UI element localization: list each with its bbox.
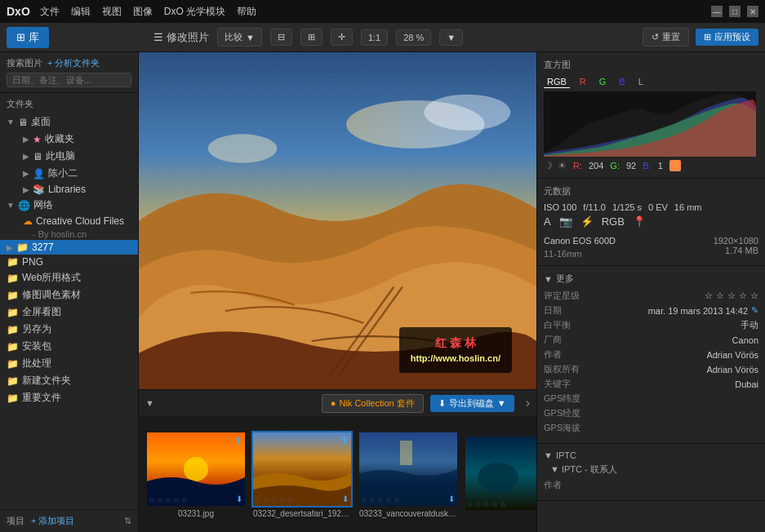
app-logo: DxO <box>7 5 30 18</box>
export-button[interactable]: ⬇ 导出到磁盘 ▼ <box>430 395 514 412</box>
sidebar-item-install[interactable]: 📁 安装包 <box>0 338 138 355</box>
menu-file[interactable]: 文件 <box>40 5 60 19</box>
sidebar-item-network[interactable]: ▼ 🌐 网络 <box>0 197 138 214</box>
search-input[interactable] <box>7 73 131 87</box>
view-grid-button[interactable]: ⊞ <box>300 29 322 46</box>
folder-fullscreen-label: 全屏看图 <box>22 305 61 319</box>
sidebar-item-web[interactable]: 📁 Web所用格式 <box>0 269 138 286</box>
filmstrip-scroll[interactable]: ⬆ ⬇ ☆☆☆☆☆ 03231.jpg <box>139 416 536 532</box>
sidebar-search: 搜索图片 + 分析文件夹 <box>0 52 138 93</box>
date-value: mar. 19 mars 2013 14:42 ✎ <box>648 304 758 317</box>
tab-r[interactable]: R <box>576 76 589 88</box>
iptc-contact-toggle[interactable]: ▼ IPTC - 联系人 <box>544 463 758 476</box>
apply-icon: ⊞ <box>704 32 711 42</box>
star5[interactable]: ☆ <box>750 290 758 301</box>
zoom-11-button[interactable]: 1:1 <box>361 29 388 46</box>
sidebar-item-saveas[interactable]: 📁 另存为 <box>0 321 138 338</box>
sidebar-item-important[interactable]: 📁 重要文件 <box>0 389 138 406</box>
svg-point-5 <box>184 457 208 481</box>
favorites-label: 收藏夹 <box>45 132 74 146</box>
camera-mode-icon[interactable]: 📷 <box>559 215 572 228</box>
tab-b[interactable]: B <box>616 76 628 88</box>
desktop-label: 桌面 <box>31 115 51 129</box>
sidebar-item-user[interactable]: ▶ 👤 陈小二 <box>0 165 138 182</box>
compare-button[interactable]: 比较 ▼ <box>217 28 262 47</box>
view-split-button[interactable]: ⊟ <box>270 29 292 46</box>
sidebar-item-mypc[interactable]: ▶ 🖥 此电脑 <box>0 148 138 165</box>
iptc-author-label: 作者 <box>544 479 562 491</box>
right-panel: 直方图 RGB R G B L <box>536 52 765 532</box>
sidebar-item-newfolder[interactable]: 📁 新建文件夹 <box>0 372 138 389</box>
menu-help[interactable]: 帮助 <box>237 5 256 19</box>
list-item[interactable]: ⬆ ⬇ ☆☆☆☆☆ 03232_desertsafari_1920... <box>251 431 353 518</box>
keyword-value: Dubai <box>735 378 758 390</box>
menu-image[interactable]: 图像 <box>133 5 153 19</box>
star1[interactable]: ☆ <box>705 290 713 301</box>
menu-edit[interactable]: 编辑 <box>71 5 91 19</box>
view-compare-button[interactable]: ✛ <box>331 29 353 46</box>
rgb-mode-icon[interactable]: RGB <box>602 215 625 228</box>
close-button[interactable]: ✕ <box>747 6 758 17</box>
star4[interactable]: ☆ <box>739 290 747 301</box>
list-item[interactable]: ⬆ ⬇ ☆☆☆☆☆ 03231.jpg <box>145 431 247 518</box>
svg-point-2 <box>424 95 510 131</box>
sidebar-item-libraries[interactable]: ▶ 📚 Libraries <box>0 182 138 197</box>
list-item[interactable]: ⬇ ☆☆☆☆☆ 03233_vancouveratdusk_... <box>358 431 459 518</box>
edit-date-icon[interactable]: ✎ <box>751 305 758 316</box>
zoom-dropdown[interactable]: ▼ <box>439 29 463 46</box>
library-button[interactable]: ⊞ 库 <box>7 27 49 48</box>
expand-arrow: ▼ <box>7 201 15 210</box>
sidebar-item-png[interactable]: 📁 PNG <box>0 255 138 269</box>
tab-l[interactable]: L <box>635 76 647 88</box>
list-item[interactable]: ☆☆☆☆☆ <box>464 435 536 513</box>
focal-value: 16 mm <box>674 202 702 212</box>
star-rating-display[interactable]: ☆ ☆ ☆ ☆ ☆ <box>705 290 758 302</box>
sidebar-item-desktop[interactable]: ▼ 🖥 桌面 <box>0 113 138 131</box>
thumbnail-wrap[interactable]: ☆☆☆☆☆ <box>464 435 536 512</box>
sidebar-item-favorites[interactable]: ▶ ★ 收藏夹 <box>0 131 138 148</box>
sidebar-item-batch[interactable]: 📁 批处理 <box>0 355 138 372</box>
star3[interactable]: ☆ <box>727 290 736 301</box>
filter-button[interactable]: ▼ <box>145 398 154 408</box>
hoslin-label: - By hoslin.cn <box>33 229 87 239</box>
histogram-svg <box>544 91 756 157</box>
folder-install-label: 安装包 <box>22 339 51 353</box>
folder-icon: 📁 <box>7 358 19 370</box>
sidebar-item-fullscreen[interactable]: 📁 全屏看图 <box>0 304 138 321</box>
mode-a-icon[interactable]: A <box>544 215 551 228</box>
iptc-toggle[interactable]: ▼ IPTC <box>544 450 758 460</box>
star-rating: ☆☆☆☆☆ <box>255 496 294 504</box>
more-toggle[interactable]: ▼ 更多 <box>544 273 758 285</box>
svg-point-3 <box>208 134 278 162</box>
tab-g[interactable]: G <box>596 76 610 88</box>
nik-collection-button[interactable]: ● Nik Collection 套件 <box>322 394 424 413</box>
maximize-button[interactable]: □ <box>729 6 741 17</box>
menu-view[interactable]: 视图 <box>102 5 122 19</box>
sidebar-item-3277[interactable]: ▶ 📁 3277 <box>0 240 138 255</box>
wb-row: 白平衡 手动 <box>544 319 758 331</box>
folders-section-label: 文件夹 <box>0 93 138 112</box>
sidebar-item-retouch[interactable]: 📁 修图调色素材 <box>0 286 138 304</box>
thumbnail-wrap[interactable]: ⬆ ⬇ ☆☆☆☆☆ <box>145 431 247 508</box>
thumbnail-wrap[interactable]: ⬇ ☆☆☆☆☆ <box>358 431 459 508</box>
sort-button[interactable]: ⇅ <box>124 516 131 526</box>
modify-photos-button[interactable]: ☰ 修改照片 <box>153 30 209 45</box>
analyze-button[interactable]: + 分析文件夹 <box>47 57 100 69</box>
rating-row: 评定星级 ☆ ☆ ☆ ☆ ☆ <box>544 290 758 302</box>
add-project-button[interactable]: + 添加项目 <box>31 515 74 527</box>
sidebar-item-creative-cloud[interactable]: ☁ Creative Cloud Files <box>0 214 138 228</box>
apply-preset-button[interactable]: ⊞ 应用预设 <box>696 29 758 46</box>
minimize-button[interactable]: — <box>711 6 723 17</box>
star2[interactable]: ☆ <box>716 290 724 301</box>
filmstrip-collapse[interactable]: › <box>526 396 530 410</box>
menu-optical[interactable]: DxO 光学模块 <box>164 5 225 19</box>
gps-pin-icon[interactable]: 📍 <box>633 215 646 228</box>
gps-lat-label: GPS纬度 <box>544 392 580 405</box>
thumbnail-wrap[interactable]: ⬆ ⬇ ☆☆☆☆☆ <box>251 431 353 508</box>
flash-icon[interactable]: ⚡ <box>580 215 594 228</box>
expand-arrow: ▶ <box>23 169 29 178</box>
reset-button[interactable]: ↺ 重置 <box>643 28 689 47</box>
tab-rgb[interactable]: RGB <box>544 76 570 88</box>
iptc-section: ▼ IPTC ▼ IPTC - 联系人 作者 <box>537 444 765 501</box>
gps-lon-row: GPS经度 <box>544 407 758 419</box>
